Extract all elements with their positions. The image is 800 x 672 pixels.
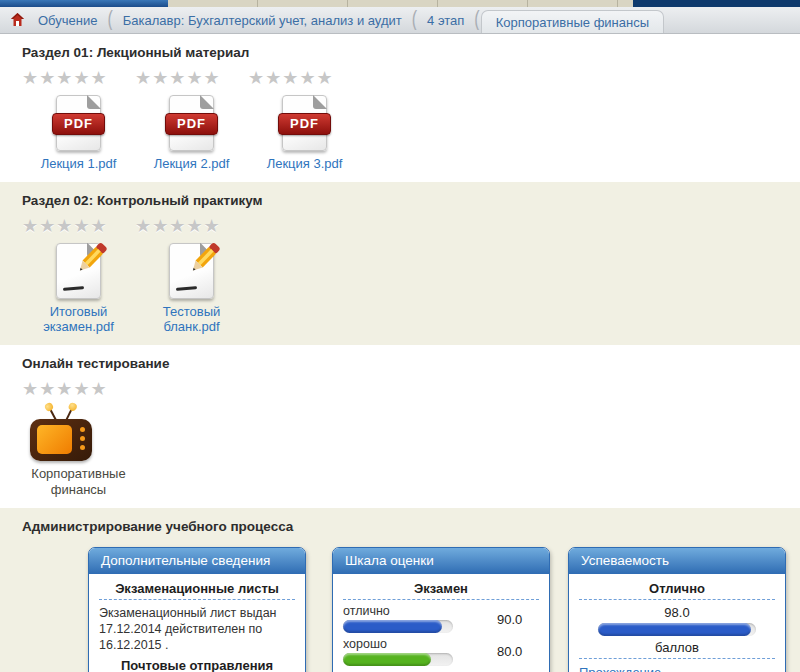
pdf-badge: PDF — [278, 113, 331, 135]
file-link[interactable]: Лекция 3.pdf — [267, 156, 343, 172]
lectures-ratings-row: ★★★★★ ★★★★★ ★★★★★ — [22, 67, 800, 89]
section-lectures: Раздел 01: Лекционный материал ★★★★★ ★★★… — [0, 34, 800, 182]
rating-stars[interactable]: ★★★★★ — [22, 67, 135, 89]
panel-additional-info-header: Дополнительные сведения — [89, 548, 305, 574]
scale-value: 80.0 — [497, 644, 522, 659]
breadcrumb-item-stage[interactable]: 4 этап — [418, 13, 473, 28]
breadcrumb-item-program[interactable]: Бакалавр: Бухгалтерский учет, анализ и а… — [114, 13, 411, 28]
file-item: Итоговый экзамен.pdf — [22, 243, 135, 335]
panel-grading-scale-header: Шкала оценки — [333, 548, 549, 574]
tv-screen — [37, 425, 72, 454]
admin-panels: Дополнительные сведения Экзаменационные … — [22, 547, 800, 672]
section-online-testing: Онлайн тестирование ★★★★★ Корпоративные … — [0, 345, 800, 509]
section-administration: Администрирование учебного процесса Допо… — [0, 508, 800, 672]
rating-stars[interactable]: ★★★★★ — [135, 67, 248, 89]
online-test-label[interactable]: Корпоративные финансы — [22, 466, 135, 499]
file-link[interactable]: Лекция 1.pdf — [41, 156, 117, 172]
file-item: PDF Лекция 1.pdf — [22, 95, 135, 172]
file-item: PDF Лекция 3.pdf — [248, 95, 361, 172]
home-icon[interactable] — [10, 13, 25, 27]
tv-dot — [80, 436, 85, 441]
panel-grading-scale: Шкала оценки Экзамен отлично 90.0 хорошо — [332, 547, 550, 672]
panel-performance-header: Успеваемость — [569, 548, 785, 574]
scale-value: 90.0 — [497, 612, 522, 627]
section-practicum-title: Раздел 02: Контрольный практикум — [22, 193, 800, 208]
rating-stars[interactable]: ★★★★★ — [135, 215, 248, 237]
rating-stars[interactable]: ★★★★★ — [22, 215, 135, 237]
file-link[interactable]: Итоговый экзамен.pdf — [29, 304, 129, 335]
breadcrumb-item-training[interactable]: Обучение — [29, 13, 106, 28]
pdf-file-icon[interactable]: PDF — [282, 95, 327, 151]
file-link[interactable]: Тестовый бланк.pdf — [142, 304, 242, 335]
section-practicum: Раздел 02: Контрольный практикум ★★★★★ ★… — [0, 182, 800, 345]
progress-bar-fill — [343, 653, 431, 666]
score-unit: баллов — [579, 640, 775, 659]
tv-dot — [80, 445, 85, 450]
pencil-icon — [184, 237, 224, 281]
scale-row: отлично 90.0 — [343, 605, 539, 633]
practicum-ratings-row: ★★★★★ ★★★★★ — [22, 215, 800, 237]
lectures-files-row: PDF Лекция 1.pdf PDF Лекция 2.pdf PDF Ле… — [22, 95, 800, 172]
breadcrumb-separator: ( — [473, 7, 480, 31]
scale-label: отлично — [343, 605, 485, 619]
breadcrumb: Обучение ( Бакалавр: Бухгалтерский учет,… — [0, 7, 800, 34]
rating-stars[interactable]: ★★★★★ — [22, 378, 135, 400]
exam-sheets-text: Экзаменационный лист выдан 17.12.2014 де… — [99, 605, 295, 653]
progress-bar — [343, 620, 453, 633]
panel-performance: Успеваемость Отлично 98.0 баллов Прохожд… — [568, 547, 786, 672]
rating-stars[interactable]: ★★★★★ — [248, 67, 361, 89]
tv-test-icon[interactable] — [30, 406, 94, 462]
file-item: PDF Лекция 2.pdf — [135, 95, 248, 172]
section-administration-title: Администрирование учебного процесса — [22, 519, 800, 534]
pencil-icon — [71, 237, 111, 281]
panel-additional-info: Дополнительные сведения Экзаменационные … — [88, 547, 306, 672]
online-ratings-row: ★★★★★ — [22, 378, 800, 400]
scale-label: хорошо — [343, 638, 485, 652]
progress-bar — [343, 653, 453, 666]
top-strip-tab-edges — [168, 0, 633, 7]
score-value: 98.0 — [579, 605, 775, 620]
breadcrumb-separator: ( — [411, 7, 418, 31]
exam-sheets-heading: Экзаменационные листы — [99, 581, 295, 600]
mail-heading: Почтовые отправления — [99, 658, 295, 672]
tv-body — [30, 419, 92, 461]
score-progress-bar — [598, 623, 756, 636]
pdf-badge: PDF — [165, 113, 218, 135]
online-test-pass-link[interactable]: Прохождение онлайн тестирования — [579, 665, 697, 672]
score-progress-bar-fill — [598, 623, 751, 636]
exam-heading: Экзамен — [343, 581, 539, 600]
practicum-files-row: Итоговый экзамен.pdf Тестовый бланк.pd — [22, 243, 800, 335]
top-edge-strip — [0, 0, 800, 7]
progress-bar-fill — [343, 620, 442, 633]
edit-document-icon[interactable] — [56, 243, 101, 299]
file-item: Тестовый бланк.pdf — [135, 243, 248, 335]
edit-document-icon[interactable] — [169, 243, 214, 299]
breadcrumb-item-current-course[interactable]: Корпоративные финансы — [481, 10, 664, 33]
scale-row: хорошо 80.0 — [343, 638, 539, 666]
top-strip-right — [633, 0, 800, 7]
pdf-badge: PDF — [52, 113, 105, 135]
pdf-file-icon[interactable]: PDF — [169, 95, 214, 151]
tv-dot — [80, 427, 85, 432]
section-lectures-title: Раздел 01: Лекционный материал — [22, 45, 800, 60]
breadcrumb-separator: ( — [106, 7, 113, 31]
section-online-testing-title: Онлайн тестирование — [22, 356, 800, 371]
grade-heading: Отлично — [579, 581, 775, 600]
file-link[interactable]: Лекция 2.pdf — [154, 156, 230, 172]
pdf-file-icon[interactable]: PDF — [56, 95, 101, 151]
